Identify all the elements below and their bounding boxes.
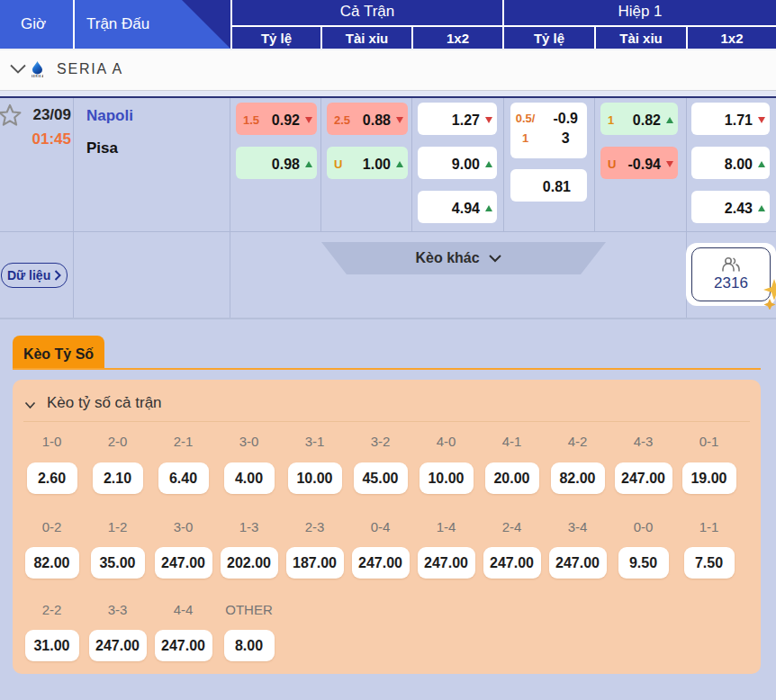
svg-text:S E R I E A: S E R I E A [32,75,43,78]
